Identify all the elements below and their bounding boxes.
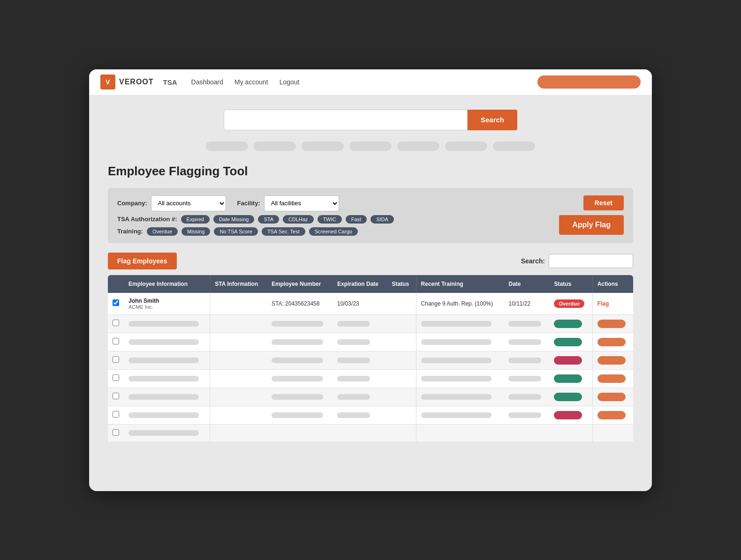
tag-twic[interactable]: TWIC [318, 215, 342, 224]
main-content: Search Employee Flagging Tool Company: A… [89, 96, 652, 456]
col-date: Date [504, 275, 549, 293]
filter-actions: Reset Apply Flag [559, 195, 624, 235]
filter-tab-7[interactable] [493, 142, 535, 151]
table-toolbar: Flag Employees Search: [108, 253, 633, 269]
col-training-status: Status [549, 275, 592, 293]
table-row [108, 424, 633, 442]
filter-tab-1[interactable] [206, 142, 248, 151]
table-search-input[interactable] [549, 254, 633, 268]
nav-links: Dashboard My account Logout [191, 78, 300, 86]
row1-employee-company: ACME Inc. [129, 304, 205, 310]
tsa-auth-row: TSA Authorization #: Expired Date Missin… [117, 215, 554, 224]
training-row: Training: Overdue Missing No TSA Score T… [117, 227, 554, 236]
tag-overdue[interactable]: Overdue [147, 227, 178, 236]
tag-tsa-sec-test[interactable]: TSA Sec. Test [262, 227, 305, 236]
row2-checkbox[interactable] [113, 320, 119, 326]
tag-expired[interactable]: Expired [181, 215, 210, 224]
row8-checkbox[interactable] [113, 429, 119, 436]
row1-overdue-badge: Overdue [554, 299, 584, 308]
screen-wrapper: V VEROOT TSA Dashboard My account Logout… [89, 69, 652, 491]
row1-date: 10/11/22 [504, 293, 549, 315]
page-title: Employee Flagging Tool [108, 164, 633, 179]
col-checkbox [108, 275, 124, 293]
filter-company-row: Company: All accounts ACME Inc. Facility… [117, 195, 554, 211]
nav-search-bar [537, 75, 641, 89]
filter-tab-6[interactable] [445, 142, 487, 151]
table-row [108, 333, 633, 351]
facility-label: Facility: [237, 200, 260, 207]
row1-expiration-date: 10/03/23 [333, 293, 387, 315]
apply-flag-button[interactable]: Apply Flag [559, 215, 624, 235]
row1-checkbox[interactable] [113, 299, 119, 306]
row1-status [387, 293, 416, 315]
col-status: Status [387, 275, 416, 293]
training-label: Training: [117, 228, 143, 235]
row1-flag-link[interactable]: Flag [597, 300, 609, 307]
flag-employees-button[interactable]: Flag Employees [108, 253, 177, 269]
row1-employee-name: John Smith [129, 298, 205, 304]
filter-tab-5[interactable] [397, 142, 439, 151]
col-recent-training: Recent Training [416, 275, 504, 293]
table-row [108, 388, 633, 406]
reset-button[interactable]: Reset [583, 195, 624, 210]
tag-no-tsa-score[interactable]: No TSA Score [214, 227, 258, 236]
row4-checkbox[interactable] [113, 356, 119, 363]
row1-employee-number: STA: 20435623458 [267, 293, 333, 315]
row1-recent-training: Change 9 Auth. Rep. (100%) [416, 293, 504, 315]
table-search-label: Search: [521, 257, 545, 265]
veroot-logo-icon: V [100, 75, 115, 90]
logo-text: VEROOT [119, 78, 154, 86]
company-select[interactable]: All accounts ACME Inc. [151, 195, 226, 211]
nav-dashboard[interactable]: Dashboard [191, 78, 224, 86]
row1-checkbox-cell [108, 293, 124, 315]
filter-tab-4[interactable] [349, 142, 392, 151]
col-sta-info: STA Information [210, 275, 267, 293]
search-button[interactable]: Search [468, 110, 517, 130]
nav-my-account[interactable]: My account [234, 78, 268, 86]
tag-missing[interactable]: Missing [181, 227, 210, 236]
row1-training-status: Overdue [549, 293, 592, 315]
col-employee-info: Employee Information [124, 275, 210, 293]
filter-row-group: Company: All accounts ACME Inc. Facility… [117, 195, 554, 236]
col-employee-number: Employee Number [267, 275, 333, 293]
row3-checkbox[interactable] [113, 338, 119, 344]
tag-date-missing[interactable]: Date Missing [213, 215, 255, 224]
row5-checkbox[interactable] [113, 374, 119, 381]
table-row: John Smith ACME Inc. STA: 20435623458 10… [108, 293, 633, 315]
search-area: Search [108, 110, 633, 130]
filter-panel: Company: All accounts ACME Inc. Facility… [108, 188, 633, 243]
row1-action: Flag [592, 293, 633, 315]
tag-sida[interactable]: SIDA [370, 215, 394, 224]
row7-checkbox[interactable] [113, 411, 119, 418]
tag-cdlhaz[interactable]: CDLHaz [283, 215, 314, 224]
row1-employee-info: John Smith ACME Inc. [124, 293, 210, 315]
table-row [108, 351, 633, 369]
tag-sta[interactable]: STA [258, 215, 279, 224]
org-name: TSA [163, 78, 177, 86]
nav-logout[interactable]: Logout [280, 78, 300, 86]
company-label: Company: [117, 200, 147, 207]
tsa-label: TSA Authorization #: [117, 216, 177, 223]
filter-tabs [108, 142, 633, 151]
tag-screened-cargo[interactable]: Screened Cargo [309, 227, 358, 236]
data-table: Employee Information STA Information Emp… [108, 275, 633, 442]
table-search: Search: [521, 254, 633, 268]
col-expiration-date: Expiration Date [333, 275, 387, 293]
table-row [108, 369, 633, 388]
logo-area: V VEROOT [100, 75, 154, 90]
row6-checkbox[interactable] [113, 393, 119, 399]
top-nav: V VEROOT TSA Dashboard My account Logout [89, 69, 652, 96]
search-input[interactable] [224, 110, 468, 130]
row1-sta-info [210, 293, 267, 315]
filter-tab-3[interactable] [302, 142, 344, 151]
col-actions: Actions [592, 275, 633, 293]
table-row [108, 314, 633, 333]
tag-fast[interactable]: Fast [346, 215, 367, 224]
filter-tab-2[interactable] [254, 142, 296, 151]
table-row [108, 406, 633, 424]
facility-select[interactable]: All facilities Facility A [264, 195, 339, 211]
